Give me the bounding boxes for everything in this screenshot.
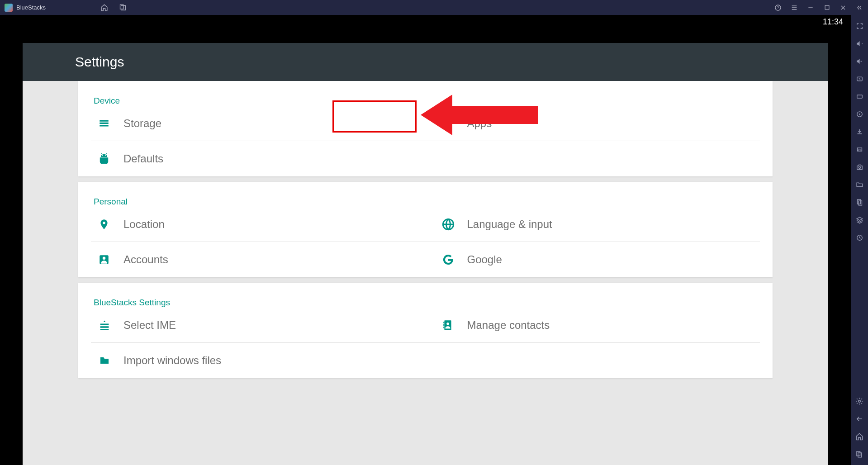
settings-item-select-ime[interactable]: Select IME xyxy=(91,308,426,343)
svg-rect-28 xyxy=(443,327,444,328)
android-icon xyxy=(91,153,123,165)
svg-point-23 xyxy=(103,257,106,260)
annotation-arrow-icon xyxy=(421,92,538,138)
home-icon[interactable] xyxy=(100,4,108,12)
location-icon xyxy=(91,218,123,231)
copy-icon[interactable] xyxy=(855,198,864,207)
download-icon[interactable] xyxy=(855,127,864,136)
svg-text:APK: APK xyxy=(858,148,862,151)
help-icon[interactable]: ? xyxy=(774,4,782,12)
svg-text:?: ? xyxy=(777,5,779,10)
status-time: 11:34 xyxy=(823,17,843,27)
item-label: Storage xyxy=(123,117,161,130)
svg-point-9 xyxy=(859,166,860,168)
library-icon[interactable] xyxy=(118,4,126,12)
item-label: Location xyxy=(123,218,165,231)
settings-item-google[interactable]: Google xyxy=(426,242,760,277)
item-label: Manage contacts xyxy=(467,319,550,332)
svg-rect-4 xyxy=(857,95,862,98)
settings-item-defaults[interactable]: Defaults xyxy=(91,141,426,176)
keyboard-icon xyxy=(91,319,123,332)
empty-cell xyxy=(426,343,760,378)
svg-point-20 xyxy=(103,222,105,224)
record-icon[interactable] xyxy=(855,109,864,119)
android-status-bar: 11:34 xyxy=(0,15,851,28)
item-label: Defaults xyxy=(123,152,163,165)
camera-icon[interactable] xyxy=(855,162,864,171)
item-label: Import windows files xyxy=(123,354,221,367)
volume-up-icon[interactable] xyxy=(855,39,864,48)
section-header-personal: Personal xyxy=(78,182,773,207)
app-title: BlueStacks xyxy=(16,4,46,11)
minimize-icon[interactable] xyxy=(806,4,815,12)
globe-icon xyxy=(435,218,467,231)
clock-icon[interactable] xyxy=(855,233,864,242)
folder-icon[interactable] xyxy=(855,180,864,189)
gear-icon[interactable] xyxy=(855,397,864,406)
svg-rect-2 xyxy=(825,5,829,9)
folder-import-icon xyxy=(91,355,123,366)
annotation-highlight-box xyxy=(332,100,417,133)
home-button-icon[interactable] xyxy=(855,432,864,441)
storage-icon xyxy=(91,118,123,129)
item-label: Select IME xyxy=(123,319,176,332)
settings-header: Settings xyxy=(23,43,828,81)
svg-rect-26 xyxy=(443,322,444,323)
settings-item-language[interactable]: Language & input xyxy=(426,207,760,242)
svg-point-13 xyxy=(859,400,861,403)
section-personal: Personal Location Language & input xyxy=(78,182,773,277)
menu-icon[interactable] xyxy=(790,4,798,12)
maximize-icon[interactable] xyxy=(823,4,831,12)
svg-rect-27 xyxy=(443,324,444,325)
section-bluestacks: BlueStacks Settings Select IME Manage co… xyxy=(78,283,773,378)
recents-icon[interactable] xyxy=(855,450,864,459)
page-title: Settings xyxy=(75,54,124,70)
title-bar: BlueStacks ? xyxy=(0,0,868,15)
bluestacks-logo-icon xyxy=(5,4,13,12)
item-label: Google xyxy=(467,253,502,266)
side-toolbar: APK xyxy=(851,15,868,465)
svg-point-18 xyxy=(102,155,103,156)
display-icon[interactable] xyxy=(855,92,864,101)
settings-item-import-files[interactable]: Import windows files xyxy=(91,343,426,378)
collapse-chevron-icon[interactable] xyxy=(855,4,863,12)
section-header-bluestacks: BlueStacks Settings xyxy=(78,283,773,308)
emulator-screen: 11:34 Settings Device Storage xyxy=(0,15,851,465)
item-label: Accounts xyxy=(123,253,168,266)
svg-point-25 xyxy=(446,323,449,325)
svg-point-19 xyxy=(105,155,106,156)
volume-down-icon[interactable] xyxy=(855,57,864,66)
settings-item-manage-contacts[interactable]: Manage contacts xyxy=(426,308,760,343)
google-icon xyxy=(435,253,467,266)
back-icon[interactable] xyxy=(855,414,864,423)
close-icon[interactable] xyxy=(839,4,847,12)
account-icon xyxy=(91,254,123,266)
apk-icon[interactable]: APK xyxy=(855,145,864,154)
item-label: Language & input xyxy=(467,218,552,231)
settings-item-accounts[interactable]: Accounts xyxy=(91,242,426,277)
settings-item-location[interactable]: Location xyxy=(91,207,426,242)
keymap-icon[interactable] xyxy=(855,74,864,83)
empty-cell xyxy=(426,141,760,176)
svg-point-6 xyxy=(859,114,860,115)
contacts-icon xyxy=(435,319,467,332)
svg-marker-29 xyxy=(421,95,538,135)
fullscreen-icon[interactable] xyxy=(855,21,864,30)
layers-icon[interactable] xyxy=(855,215,864,224)
